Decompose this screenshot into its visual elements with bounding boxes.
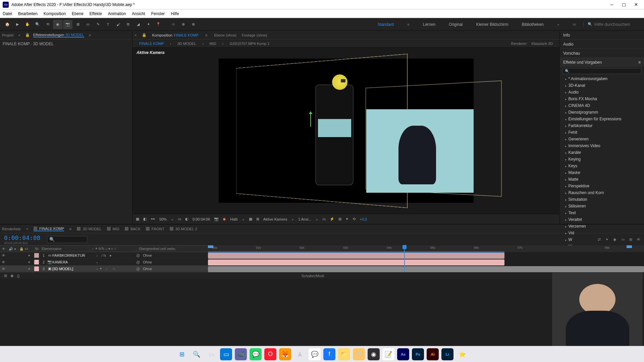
pan-behind-tool[interactable]: ⊞ bbox=[73, 20, 83, 29]
text-tool[interactable]: T bbox=[103, 20, 113, 29]
taskbar-facebook[interactable]: f bbox=[323, 348, 335, 360]
label-color[interactable] bbox=[34, 260, 39, 264]
close-button[interactable]: ✕ bbox=[633, 2, 639, 7]
lock-icon[interactable]: 🔒 bbox=[25, 33, 30, 37]
taskbar-notepad[interactable]: 📝 bbox=[382, 348, 394, 360]
eraser-tool[interactable]: ◢ bbox=[133, 20, 143, 29]
zoom-level[interactable]: 50% bbox=[159, 217, 167, 221]
timeline-tab-front[interactable]: FRONT bbox=[146, 227, 164, 231]
layer-name[interactable]: FARBKORREKTUR bbox=[52, 253, 96, 257]
toggle-modes-icon[interactable]: ◉ bbox=[10, 274, 14, 278]
effect-tab-menu-icon[interactable]: ≡ bbox=[88, 33, 92, 37]
exposure-value[interactable]: +0,0 bbox=[360, 217, 367, 221]
search-button[interactable]: 🔍 bbox=[191, 348, 203, 360]
menu-ansicht[interactable]: Ansicht bbox=[132, 11, 145, 16]
menu-fenster[interactable]: Fenster bbox=[151, 11, 165, 16]
expand-arrow-icon[interactable]: ▸ bbox=[26, 260, 33, 264]
composition-tab[interactable]: Komposition FINALE KOMP bbox=[152, 33, 199, 37]
toggle-brackets-icon[interactable]: {} bbox=[17, 274, 19, 278]
time-ruler[interactable]: 00s 01s 02s 03s 04s 05s 06s 07s 09s bbox=[208, 245, 644, 252]
effect-category[interactable]: Kanäle bbox=[560, 149, 644, 156]
effects-search-input[interactable] bbox=[562, 68, 641, 74]
effect-category[interactable]: Simulation bbox=[560, 196, 644, 203]
frame-blend-icon[interactable]: ✦ bbox=[605, 237, 608, 242]
3d-icon[interactable]: 👓 bbox=[151, 217, 155, 221]
audio-header-icon[interactable]: 🔊 bbox=[7, 247, 12, 251]
camera-indicator-icon[interactable] bbox=[332, 74, 347, 90]
effect-category[interactable]: * Animationsvorgaben bbox=[560, 75, 644, 82]
workspace-original[interactable]: Original bbox=[449, 22, 463, 27]
resolution-dropdown[interactable]: Halb bbox=[230, 217, 238, 221]
y-axis-gizmo[interactable] bbox=[310, 113, 311, 127]
taskbar-messenger[interactable]: 💬 bbox=[309, 348, 321, 360]
preview-panel-header[interactable]: Vorschau bbox=[560, 49, 644, 58]
draft-3d-icon[interactable]: ⊞ bbox=[629, 237, 632, 242]
footage-tab[interactable]: Footage (ohne) bbox=[242, 33, 267, 37]
orbit-tool[interactable]: ⟲ bbox=[43, 20, 52, 29]
expand-arrow-icon[interactable]: ▸ bbox=[26, 266, 33, 271]
effect-category[interactable]: Matte bbox=[560, 176, 644, 183]
camera-dropdown-icon[interactable]: ⌄ bbox=[291, 217, 294, 221]
brainstorm-icon[interactable]: ✉ bbox=[637, 237, 640, 242]
transparency-icon[interactable]: ▦ bbox=[249, 217, 252, 221]
res-dropdown-icon[interactable]: ⌄ bbox=[242, 217, 245, 221]
effect-category[interactable]: Vid bbox=[560, 230, 644, 236]
channel-icon[interactable]: ◐ bbox=[185, 217, 189, 221]
parent-dropdown[interactable]: Ohne bbox=[143, 260, 183, 264]
region-icon[interactable]: ⊞ bbox=[256, 217, 259, 221]
rect-tool[interactable]: ▭ bbox=[83, 20, 93, 29]
search-help-input[interactable] bbox=[594, 22, 641, 27]
selection-tool[interactable]: ▶ bbox=[13, 20, 22, 29]
views-dropdown-icon[interactable]: ⌄ bbox=[315, 217, 318, 221]
zoom-dropdown-icon[interactable]: ⌄ bbox=[171, 217, 174, 221]
layer-name-header[interactable]: Ebenenname bbox=[40, 247, 90, 251]
timeline-tab-3dmodel[interactable]: 3D MODEL bbox=[77, 227, 101, 231]
current-timecode[interactable]: 0:00:04:08 bbox=[4, 234, 40, 241]
effect-category[interactable]: Farbkorrektur bbox=[560, 122, 644, 129]
menu-hilfe[interactable]: Hilfe bbox=[171, 11, 179, 16]
flow-gx-komp[interactable]: GX010707.MP4 Komp 1 bbox=[229, 42, 269, 46]
hand-tool[interactable]: ✋ bbox=[23, 20, 32, 29]
effect-category[interactable]: Generieren bbox=[560, 136, 644, 142]
workspace-panel-icon[interactable]: ▭ bbox=[573, 22, 576, 26]
effect-category[interactable]: Maske bbox=[560, 169, 644, 176]
pixel-aspect-icon[interactable]: ▭ bbox=[322, 217, 326, 221]
res-icon[interactable]: ▭ bbox=[178, 217, 181, 221]
local-axis-icon[interactable]: ⊹ bbox=[168, 20, 178, 29]
taskbar-photoshop[interactable]: Ps bbox=[412, 348, 424, 360]
workspace-lernen[interactable]: Lernen bbox=[423, 22, 435, 27]
menu-effekte[interactable]: Effekte bbox=[90, 11, 102, 16]
parent-pickwhip-icon[interactable]: @ bbox=[136, 253, 143, 257]
effect-category[interactable]: Boris FX Mocha bbox=[560, 96, 644, 102]
workspace-standard[interactable]: Standard bbox=[378, 22, 394, 27]
parent-header[interactable]: Übergeordnet und verkn. bbox=[137, 247, 208, 251]
taskbar-app[interactable]: ⭐ bbox=[456, 348, 468, 360]
effects-panel-menu-icon[interactable]: ≡ bbox=[638, 60, 641, 65]
taskbar-app[interactable]: 📹 bbox=[235, 348, 247, 360]
timeline-search-input[interactable] bbox=[47, 236, 87, 243]
work-area-start[interactable] bbox=[208, 245, 213, 248]
flowchart-icon[interactable]: ✦ bbox=[345, 217, 348, 221]
shy-icon[interactable]: ⇄ bbox=[598, 237, 601, 242]
taskbar-obs[interactable]: ◉ bbox=[368, 348, 380, 360]
home-tool[interactable]: 🏠 bbox=[3, 20, 12, 29]
effect-category[interactable]: Rauschen und Korn bbox=[560, 189, 644, 196]
visibility-toggle[interactable]: 👁 bbox=[0, 260, 7, 264]
puppet-tool[interactable]: 📍 bbox=[154, 20, 163, 29]
world-axis-icon[interactable]: ⊕ bbox=[178, 20, 188, 29]
timeline-tab-back[interactable]: BACK bbox=[125, 227, 141, 231]
effect-category[interactable]: Keying bbox=[560, 156, 644, 163]
layer-bar-1[interactable] bbox=[208, 253, 504, 259]
brush-tool[interactable]: 🖌 bbox=[113, 20, 123, 29]
label-color[interactable] bbox=[34, 253, 39, 258]
menu-datei[interactable]: Datei bbox=[3, 11, 12, 16]
taskbar-app[interactable]: ♟ bbox=[294, 348, 306, 360]
toggle-switches-icon[interactable]: ⊞ bbox=[4, 274, 7, 278]
start-button[interactable]: ⊞ bbox=[176, 348, 188, 360]
parent-dropdown[interactable]: Ohne bbox=[143, 253, 183, 257]
taskbar-app[interactable]: ▭ bbox=[220, 348, 232, 360]
lock-header-icon[interactable]: 🔒 bbox=[17, 247, 23, 251]
view-axis-icon[interactable]: ⊗ bbox=[189, 20, 198, 29]
color-mgmt-icon[interactable]: ◉ bbox=[223, 217, 226, 221]
renderer-value[interactable]: Klassisch 3D bbox=[531, 42, 553, 46]
